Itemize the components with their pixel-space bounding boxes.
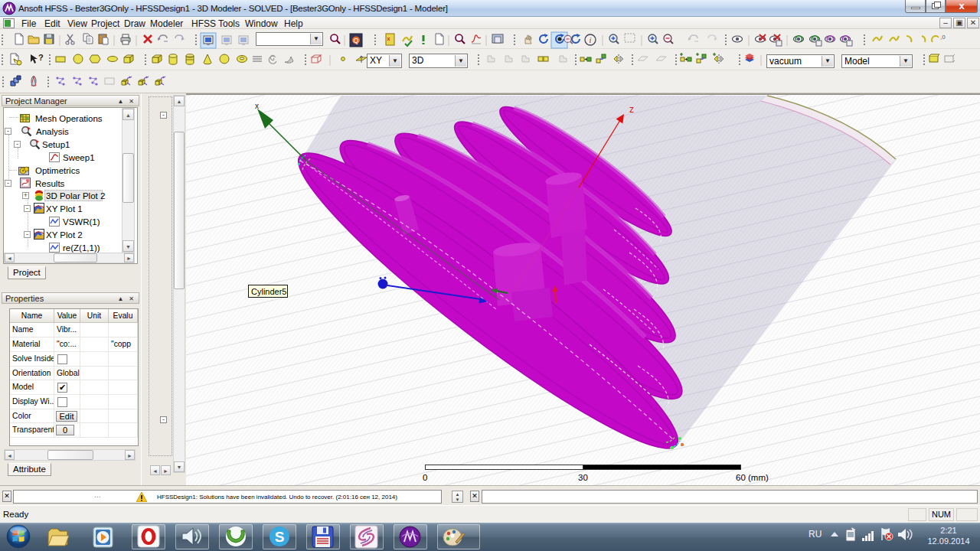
svg-text:Cylinder5: Cylinder5 — [251, 287, 286, 296]
svg-text:i: i — [590, 36, 592, 44]
svg-text:0: 0 — [423, 473, 427, 482]
svg-text:?: ? — [38, 53, 44, 62]
svg-text:Q: Q — [353, 37, 358, 44]
svg-text:x: x — [255, 102, 259, 110]
svg-text:,0: ,0 — [940, 34, 946, 41]
svg-text:z: z — [629, 104, 634, 115]
svg-text:S: S — [275, 529, 285, 545]
svg-text:60 (mm): 60 (mm) — [736, 473, 769, 482]
svg-text:30: 30 — [578, 473, 588, 482]
